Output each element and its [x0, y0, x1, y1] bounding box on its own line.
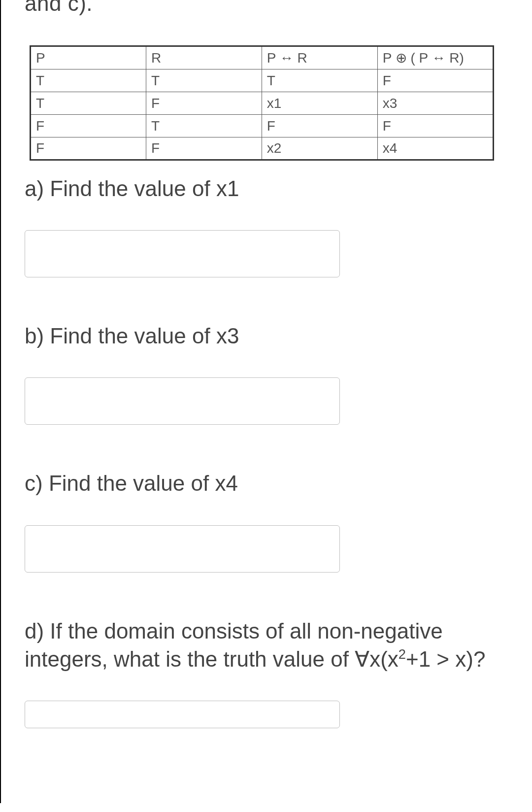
question-d-exponent: 2	[399, 646, 406, 662]
table-cell: x3	[377, 92, 493, 115]
question-d-suffix: +1 > x)?	[406, 647, 485, 671]
table-cell: F	[31, 115, 146, 137]
table-cell: F	[377, 69, 493, 92]
table-cell: T	[146, 69, 262, 92]
table-header-cell: R	[146, 46, 262, 69]
table-cell: T	[262, 69, 377, 92]
table-row: T T T F	[31, 69, 494, 92]
table-cell: T	[31, 92, 146, 115]
table-cell: F	[146, 92, 262, 115]
table-header-cell: P ↔ R	[262, 46, 377, 69]
top-text-fragment: and c).	[25, 0, 508, 16]
page-container: and c). P R P ↔ R P ⊕ ( P ↔ R) T T T F T…	[0, 0, 532, 803]
table-row: F F x2 x4	[31, 137, 494, 160]
question-d-prefix: d) If the domain consists of all non-neg…	[25, 619, 443, 671]
table-cell: x1	[262, 92, 377, 115]
table-header-cell: P	[31, 46, 146, 69]
truth-table: P R P ↔ R P ⊕ ( P ↔ R) T T T F T F x1 x3…	[30, 45, 494, 161]
table-cell: T	[31, 69, 146, 92]
question-c-text: c) Find the value of x4	[25, 469, 508, 497]
question-b-text: b) Find the value of x3	[25, 322, 508, 350]
table-cell: F	[262, 115, 377, 137]
table-row: F T F F	[31, 115, 494, 137]
table-cell: F	[146, 137, 262, 160]
table-row: T F x1 x3	[31, 92, 494, 115]
question-d-text: d) If the domain consists of all non-neg…	[25, 617, 508, 673]
table-cell: T	[146, 115, 262, 137]
question-a-text: a) Find the value of x1	[25, 174, 508, 203]
table-cell: x4	[377, 137, 493, 160]
answer-d-input[interactable]	[25, 701, 340, 728]
table-row: P R P ↔ R P ⊕ ( P ↔ R)	[31, 46, 494, 69]
answer-a-input[interactable]	[25, 230, 340, 277]
table-cell: x2	[262, 137, 377, 160]
answer-c-input[interactable]	[25, 525, 340, 573]
table-cell: F	[377, 115, 493, 137]
table-header-cell: P ⊕ ( P ↔ R)	[377, 46, 493, 69]
answer-b-input[interactable]	[25, 377, 340, 425]
table-cell: F	[31, 137, 146, 160]
